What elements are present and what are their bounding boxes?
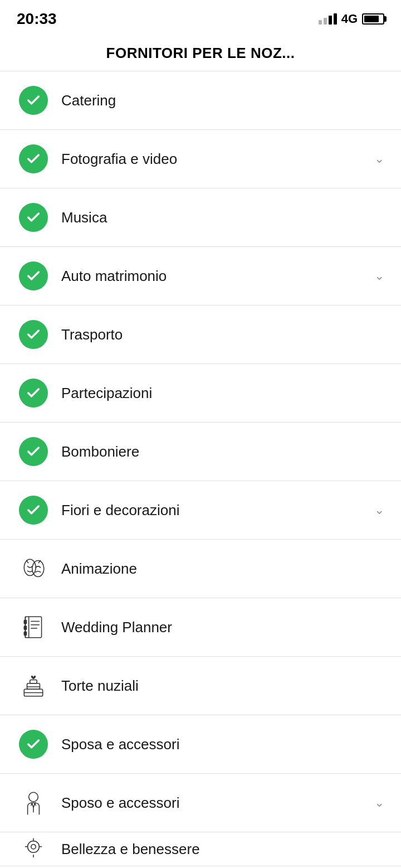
status-icons: 4G <box>319 12 384 26</box>
svg-point-1 <box>32 560 44 576</box>
check-icon-fotografia <box>17 142 50 176</box>
item-label-sposo: Sposo e accessori <box>61 794 369 812</box>
item-label-fotografia: Fotografia e video <box>61 151 369 168</box>
page-title: FORNITORI PER LE NOZ... <box>17 45 384 62</box>
list-item[interactable]: Fotografia e video ⌄ <box>0 130 401 188</box>
check-icon-fiori <box>17 493 50 527</box>
item-label-animazione: Animazione <box>61 560 384 578</box>
item-label-partecipazioni: Partecipazioni <box>61 385 384 402</box>
check-icon-bomboniere <box>17 435 50 468</box>
svg-rect-4 <box>25 617 41 638</box>
list-item[interactable]: Auto matrimonio ⌄ <box>0 247 401 306</box>
svg-rect-11 <box>24 626 26 629</box>
svg-rect-14 <box>27 683 40 689</box>
check-icon-trasporto <box>17 318 50 351</box>
list-item[interactable]: Bomboniere <box>0 423 401 481</box>
item-label-torte: Torte nuziali <box>61 677 384 695</box>
item-label-fiori: Fiori e decorazioni <box>61 502 369 519</box>
list-item[interactable]: Catering <box>0 71 401 130</box>
status-time: 20:33 <box>17 10 57 28</box>
battery-icon <box>362 13 384 25</box>
check-icon-musica <box>17 201 50 234</box>
svg-rect-12 <box>24 632 26 635</box>
page-title-container: FORNITORI PER LE NOZ... <box>0 33 401 71</box>
chevron-icon: ⌄ <box>374 152 384 166</box>
list-item[interactable]: Musica <box>0 188 401 247</box>
svg-point-18 <box>29 792 38 802</box>
check-icon-auto <box>17 259 50 293</box>
bottom-nav: Le mie nozze Fornitori Is <box>0 866 401 868</box>
item-label-trasporto: Trasporto <box>61 326 384 343</box>
list-item[interactable]: Sposo e accessori ⌄ <box>0 774 401 832</box>
list-item[interactable]: Bellezza e benessere <box>0 832 401 866</box>
item-label-musica: Musica <box>61 209 384 226</box>
svg-line-2 <box>27 560 28 562</box>
svg-rect-10 <box>24 620 26 624</box>
svg-point-21 <box>31 845 36 849</box>
item-label-auto: Auto matrimonio <box>61 268 369 285</box>
check-icon-partecipazioni <box>17 376 50 410</box>
chevron-icon: ⌄ <box>374 503 384 517</box>
check-icon-catering <box>17 84 50 117</box>
chevron-icon: ⌄ <box>374 796 384 810</box>
groom-icon <box>17 786 50 819</box>
list-item[interactable]: Sposa e accessori <box>0 715 401 774</box>
item-label-wedding-planner: Wedding Planner <box>61 619 384 636</box>
item-label-catering: Catering <box>61 92 384 109</box>
list-item[interactable]: Fiori e decorazioni ⌄ <box>0 481 401 540</box>
item-label-bellezza: Bellezza e benessere <box>61 841 384 858</box>
mask-icon <box>17 552 50 585</box>
item-label-sposa: Sposa e accessori <box>61 736 384 753</box>
svg-point-20 <box>28 841 40 852</box>
list-item[interactable]: Partecipazioni <box>0 364 401 423</box>
svg-rect-15 <box>30 680 37 683</box>
list-item[interactable]: Trasporto <box>0 306 401 364</box>
cake-icon <box>17 669 50 702</box>
category-list: Catering Fotografia e video ⌄ Musica Aut… <box>0 71 401 866</box>
list-item[interactable]: Wedding Planner <box>0 598 401 657</box>
network-type: 4G <box>341 12 358 26</box>
chevron-icon: ⌄ <box>374 269 384 283</box>
item-label-bomboniere: Bomboniere <box>61 443 384 460</box>
list-item[interactable]: Torte nuziali <box>0 657 401 715</box>
beauty-icon <box>17 832 50 866</box>
check-icon-sposa <box>17 728 50 761</box>
list-item[interactable]: Animazione <box>0 540 401 598</box>
status-bar: 20:33 4G <box>0 0 401 33</box>
notebook-icon <box>17 610 50 644</box>
signal-icon <box>319 13 337 25</box>
